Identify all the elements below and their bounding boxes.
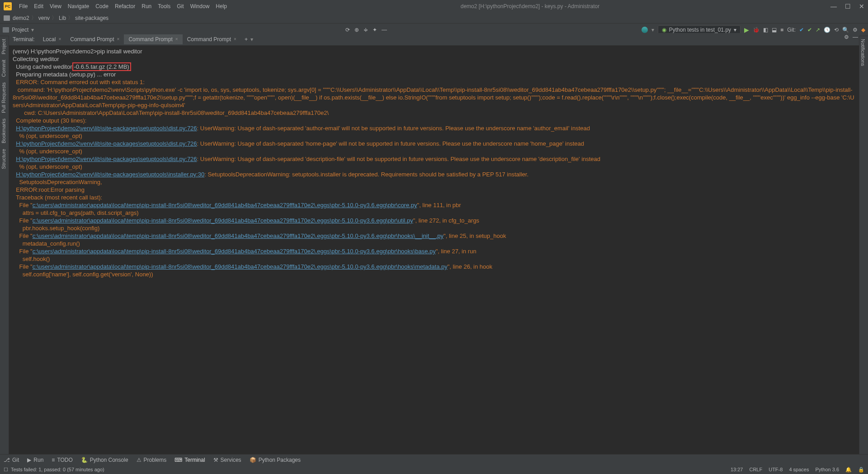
minimize-icon[interactable]: — — [830, 3, 837, 10]
main-menu: FileEditViewNavigateCodeRefactorRunTools… — [16, 3, 230, 9]
left-tab-pull-requests[interactable]: Pull Requests — [0, 80, 7, 116]
git-label: Git: — [787, 27, 796, 33]
collapse-icon[interactable]: ≑ — [363, 27, 368, 33]
svc-icon: ⚒ — [213, 457, 218, 463]
git-push-icon[interactable]: ↗ — [816, 27, 820, 33]
expand-icon[interactable]: ✦ — [373, 27, 377, 33]
close-icon[interactable]: ✕ — [859, 3, 864, 10]
status-indent[interactable]: 4 spaces — [789, 467, 809, 472]
file-link[interactable]: c:\users\administrator\appdata\local\tem… — [33, 217, 413, 224]
file-link[interactable]: c:\users\administrator\appdata\local\tem… — [33, 263, 448, 270]
terminal-minimize-icon[interactable]: — — [853, 34, 858, 40]
status-interpreter[interactable]: Python 3.6 — [815, 467, 839, 472]
left-gutter: ProjectCommitPull RequestsBookmarksStruc… — [0, 36, 9, 463]
left-tab-structure[interactable]: Structure — [0, 146, 7, 172]
file-link[interactable]: c:\users\administrator\appdata\local\tem… — [33, 232, 443, 239]
menu-code[interactable]: Code — [93, 3, 111, 9]
menu-navigate[interactable]: Navigate — [65, 3, 92, 9]
profile-icon[interactable]: ⬓ — [772, 27, 777, 33]
close-terminal-tab-icon[interactable]: × — [175, 37, 178, 42]
coverage-icon[interactable]: ◧ — [763, 27, 768, 33]
file-link[interactable]: H:\pythonProject\demo2\venv\lib\site-pac… — [16, 125, 197, 132]
breadcrumb-sep: 〉 — [67, 14, 74, 22]
breadcrumb-item[interactable]: Lib — [58, 15, 67, 21]
left-tab-project[interactable]: Project — [0, 36, 7, 57]
folder-icon — [3, 27, 9, 33]
file-link[interactable]: H:\pythonProject\demo2\venv\lib\site-pac… — [16, 140, 197, 147]
settings-icon[interactable]: ⚙ — [853, 27, 858, 33]
status-lock-icon[interactable]: 🔒 — [858, 467, 864, 473]
menu-refactor[interactable]: Refactor — [112, 3, 138, 9]
dropdown-icon[interactable]: ▾ — [31, 27, 34, 33]
maximize-icon[interactable]: ☐ — [845, 3, 851, 10]
status-icon: ☐ — [4, 467, 8, 473]
terminal-settings-icon[interactable]: ⚙ — [844, 34, 849, 40]
bottom-tab-problems[interactable]: ⚠Problems — [137, 457, 167, 463]
git-update-icon[interactable]: ✔ — [799, 27, 804, 33]
bottom-tab-todo[interactable]: ≡TODO — [52, 457, 72, 463]
add-terminal-icon[interactable]: + — [245, 36, 248, 43]
file-link[interactable]: H:\pythonProject\demo2\venv\lib\site-pac… — [16, 156, 197, 162]
dropdown-icon: ▾ — [734, 27, 736, 33]
minus-icon[interactable]: — — [382, 27, 387, 33]
bottom-tab-git[interactable]: ⎇Git — [4, 457, 19, 463]
close-terminal-tab-icon[interactable]: × — [234, 37, 236, 42]
status-encoding[interactable]: UTF-8 — [769, 467, 783, 472]
run-icon[interactable]: ▶ — [744, 26, 749, 33]
user-avatar-icon[interactable] — [642, 27, 648, 33]
terminal-tab[interactable]: Command Prompt× — [183, 34, 241, 44]
app-logo-icon: PC — [4, 2, 12, 10]
bottom-tab-python-packages[interactable]: 📦Python Packages — [250, 457, 301, 463]
menu-git[interactable]: Git — [174, 3, 186, 9]
search-icon[interactable]: 🔍 — [842, 27, 849, 33]
right-tab-notifications[interactable]: Notifications — [859, 36, 867, 69]
git-rollback-icon[interactable]: ⟲ — [834, 27, 839, 33]
target-icon[interactable]: ⊕ — [354, 27, 359, 33]
test-status: Tests failed: 1, passed: 0 (57 minutes a… — [11, 467, 104, 472]
debug-icon[interactable]: 🐞 — [753, 27, 760, 33]
bottom-tool-tabs: ⎇Git▶Run≡TODO🐍Python Console⚠Problems⌨Te… — [0, 454, 868, 465]
run-icon: ▶ — [27, 457, 31, 463]
highlighted-version: -0.6.5.tar.gz (2.2 MB) — [72, 62, 131, 71]
breadcrumb-item[interactable]: demo2 — [12, 15, 30, 21]
menu-help[interactable]: Help — [213, 3, 230, 9]
terminal-tab[interactable]: Command Prompt× — [66, 34, 124, 44]
terminal-dropdown-icon[interactable]: ▾ — [250, 36, 253, 43]
menu-run[interactable]: Run — [139, 3, 154, 9]
prob-icon: ⚠ — [137, 457, 142, 463]
left-tab-commit[interactable]: Commit — [0, 57, 7, 80]
menu-window[interactable]: Window — [188, 3, 212, 9]
stop-icon[interactable]: ■ — [780, 27, 783, 33]
menu-file[interactable]: File — [16, 3, 30, 9]
project-label[interactable]: Project — [12, 27, 28, 33]
terminal-output[interactable]: (venv) H:\pythonProject\demo2>pip instal… — [9, 46, 859, 454]
sync-icon[interactable]: ⟳ — [345, 27, 350, 33]
py-icon: 🐍 — [81, 457, 88, 463]
git-commit-icon[interactable]: ✔ — [807, 27, 812, 33]
menu-edit[interactable]: Edit — [31, 3, 46, 9]
terminal-tab[interactable]: Local× — [38, 34, 66, 44]
file-link[interactable]: c:\users\administrator\appdata\local\tem… — [33, 202, 417, 209]
bottom-tab-python-console[interactable]: 🐍Python Console — [81, 457, 128, 463]
left-tab-bookmarks[interactable]: Bookmarks — [0, 116, 7, 146]
status-crlf[interactable]: CRLF — [749, 467, 762, 472]
breadcrumb-item[interactable]: venv — [38, 15, 51, 21]
more-icon[interactable]: ◆ — [861, 27, 865, 33]
terminal-tab[interactable]: Command Prompt× — [124, 34, 182, 44]
status-time: 13:27 — [731, 467, 743, 472]
breadcrumb-item[interactable]: site-packages — [74, 15, 109, 21]
file-link[interactable]: H:\pythonProject\demo2\venv\lib\site-pac… — [16, 171, 204, 178]
menu-tools[interactable]: Tools — [155, 3, 173, 9]
todo-icon: ≡ — [52, 457, 55, 463]
menu-view[interactable]: View — [47, 3, 64, 9]
bottom-tab-run[interactable]: ▶Run — [27, 457, 43, 463]
dropdown-icon[interactable]: ▾ — [651, 27, 654, 33]
git-history-icon[interactable]: 🕓 — [824, 27, 830, 33]
file-link[interactable]: c:\users\administrator\appdata\local\tem… — [33, 248, 436, 255]
terminal-header: Terminal: Local×Command Prompt×Command P… — [9, 33, 859, 46]
close-terminal-tab-icon[interactable]: × — [117, 37, 120, 42]
bottom-tab-terminal[interactable]: ⌨Terminal — [175, 457, 205, 463]
close-terminal-tab-icon[interactable]: × — [58, 37, 61, 42]
status-bell-icon[interactable]: 🔔 — [845, 467, 852, 473]
bottom-tab-services[interactable]: ⚒Services — [213, 457, 241, 463]
